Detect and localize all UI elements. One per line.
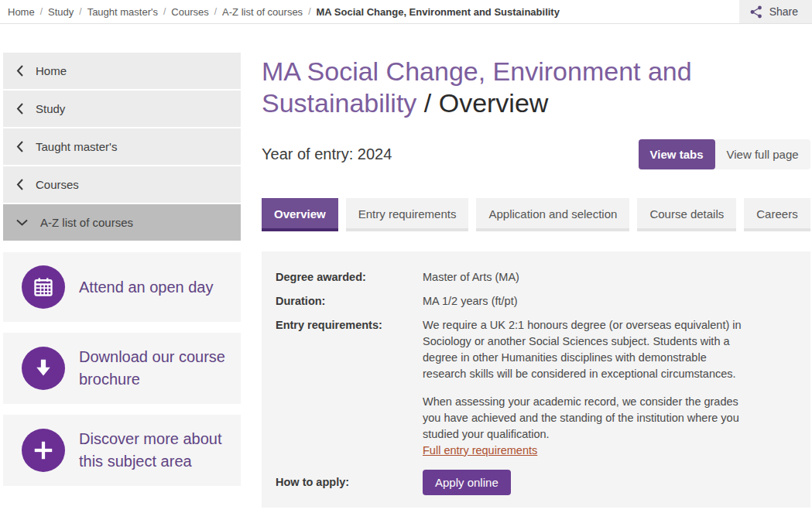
breadcrumb-link-study[interactable]: Study <box>48 6 74 18</box>
sidebar-item-label: Home <box>36 64 67 77</box>
breadcrumb-separator: / <box>79 6 81 17</box>
sidebar-item-label: A-Z list of courses <box>40 216 133 229</box>
chevron-left-icon <box>16 179 23 190</box>
sidebar-item-label: Courses <box>36 178 79 191</box>
discover-subject-label: Discover more about this subject area <box>79 428 233 473</box>
share-label: Share <box>769 5 798 18</box>
breadcrumb-separator: / <box>308 6 310 17</box>
entry-requirements-row: Entry requirements: We require a UK 2:1 … <box>276 317 795 459</box>
entry-requirements-label: Entry requirements: <box>276 317 423 459</box>
breadcrumb-link-courses[interactable]: Courses <box>171 6 208 18</box>
tab-overview[interactable]: Overview <box>262 198 338 231</box>
plus-icon <box>22 429 65 472</box>
breadcrumb-separator: / <box>40 6 43 17</box>
degree-awarded-value: Master of Arts (MA) <box>423 269 748 286</box>
download-brochure-card[interactable]: Download our course brochure <box>3 333 241 404</box>
how-to-apply-label: How to apply: <box>276 474 423 491</box>
breadcrumb-bar: Home / Study / Taught master's / Courses… <box>0 0 812 24</box>
degree-awarded-row: Degree awarded: Master of Arts (MA) <box>276 269 795 286</box>
view-full-page-button[interactable]: View full page <box>715 139 810 169</box>
calendar-icon <box>22 265 65 309</box>
tab-application-and-selection[interactable]: Application and selection <box>476 198 629 231</box>
attend-open-day-label: Attend an open day <box>79 276 213 299</box>
sidebar-item-home[interactable]: Home <box>3 53 241 89</box>
duration-value: MA 1/2 years (ft/pt) <box>423 293 748 310</box>
attend-open-day-card[interactable]: Attend an open day <box>3 252 241 322</box>
duration-row: Duration: MA 1/2 years (ft/pt) <box>276 293 795 310</box>
sidebar-item-taught-masters[interactable]: Taught master's <box>3 128 241 165</box>
sidebar-item-label: Taught master's <box>36 140 117 153</box>
full-entry-requirements-link[interactable]: Full entry requirements <box>423 443 537 459</box>
chevron-down-icon <box>16 219 28 226</box>
chevron-left-icon <box>16 65 23 77</box>
sidebar-item-label: Study <box>36 102 65 115</box>
breadcrumb-link-taught-masters[interactable]: Taught master's <box>87 6 158 18</box>
tab-careers[interactable]: Careers <box>744 198 810 231</box>
breadcrumb-separator: / <box>214 6 217 17</box>
sidebar-item-courses[interactable]: Courses <box>3 166 241 203</box>
sidebar-item-az-list-of-courses[interactable]: A-Z list of courses <box>3 204 241 241</box>
tab-course-details[interactable]: Course details <box>637 198 736 231</box>
section-title: Overview <box>439 88 549 118</box>
share-icon <box>750 5 763 19</box>
year-of-entry: Year of entry: 2024 <box>262 145 392 163</box>
view-tabs-button[interactable]: View tabs <box>639 139 715 169</box>
sidebar-item-study[interactable]: Study <box>3 91 241 127</box>
title-separator: / <box>416 88 438 118</box>
overview-panel: Degree awarded: Master of Arts (MA) Dura… <box>262 251 810 508</box>
breadcrumb-link-home[interactable]: Home <box>8 6 35 18</box>
chevron-left-icon <box>16 141 23 152</box>
apply-online-button[interactable]: Apply online <box>423 470 511 495</box>
download-icon <box>22 347 65 390</box>
breadcrumb-link-az-list[interactable]: A-Z list of courses <box>222 6 303 18</box>
duration-label: Duration: <box>276 293 423 310</box>
course-tabs: Overview Entry requirements Application … <box>262 198 810 231</box>
how-to-apply-row: How to apply: Apply online <box>276 470 795 495</box>
chevron-left-icon <box>16 103 23 115</box>
download-brochure-label: Download our course brochure <box>79 346 233 391</box>
breadcrumb: Home / Study / Taught master's / Courses… <box>0 0 560 23</box>
entry-requirements-paragraph-1: We require a UK 2:1 honours degree (or o… <box>423 317 748 382</box>
share-button[interactable]: Share <box>739 0 812 23</box>
breadcrumb-current-page: MA Social Change, Environment and Sustai… <box>316 6 559 18</box>
degree-awarded-label: Degree awarded: <box>276 269 423 286</box>
discover-subject-card[interactable]: Discover more about this subject area <box>3 415 241 486</box>
entry-requirements-paragraph-2: When assessing your academic record, we … <box>423 394 748 443</box>
page-title: MA Social Change, Environment and Sustai… <box>262 56 773 119</box>
view-mode-toggle: View tabs View full page <box>639 139 810 169</box>
main-content: MA Social Change, Environment and Sustai… <box>262 24 810 508</box>
tab-entry-requirements[interactable]: Entry requirements <box>346 198 469 231</box>
sidebar: Home Study Taught master's Courses A-Z l… <box>3 53 241 508</box>
breadcrumb-separator: / <box>163 6 166 17</box>
